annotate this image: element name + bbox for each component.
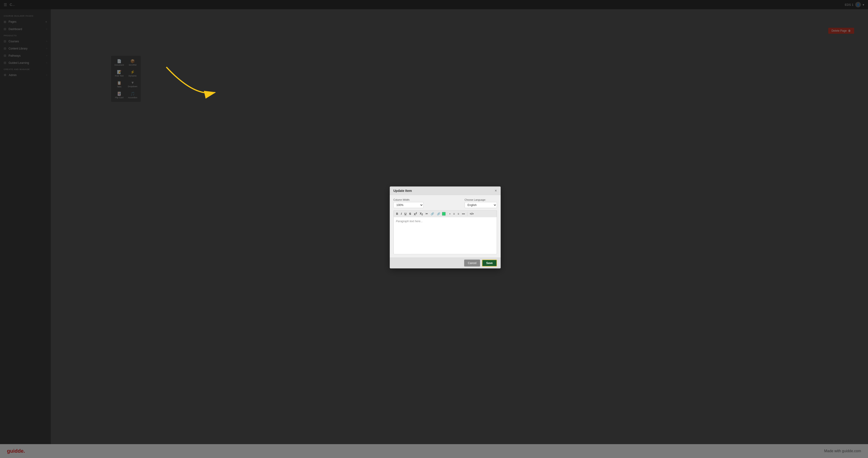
column-width-select[interactable]: 100% 75% 66% 50% 33% 25%: [394, 202, 424, 208]
cancel-button[interactable]: Cancel: [464, 260, 480, 266]
language-select[interactable]: English French Spanish German: [465, 202, 497, 208]
save-button[interactable]: Save: [482, 260, 497, 266]
column-width-group: Column Width: 100% 75% 66% 50% 33% 25%: [394, 198, 424, 208]
update-item-modal: Update Item × Column Width: 100% 75% 66%…: [390, 187, 501, 268]
modal-form-row: Column Width: 100% 75% 66% 50% 33% 25% C…: [394, 198, 497, 208]
code-button[interactable]: </>: [469, 212, 475, 216]
underline-button[interactable]: U: [403, 212, 408, 216]
toolbar-divider-1: [447, 212, 447, 216]
italic-button[interactable]: I: [400, 212, 403, 216]
modal-footer: Cancel Save: [390, 258, 501, 268]
color-picker-button[interactable]: [442, 212, 446, 216]
ordered-list-button[interactable]: ≡: [452, 212, 456, 216]
modal-title: Update Item: [394, 189, 412, 192]
bullet-list-button[interactable]: •: [448, 212, 452, 216]
editor-toolbar: B I U S X2 X2 ✂ 🔗 🔗 • ≡ ≡ ••• </>: [394, 210, 497, 217]
superscript-button[interactable]: X2: [413, 211, 418, 216]
column-width-label: Column Width:: [394, 198, 424, 201]
language-group: Choose Language: English French Spanish …: [465, 198, 497, 208]
toolbar-divider-2: [467, 212, 467, 216]
strikethrough-button[interactable]: S: [408, 212, 412, 216]
editor-placeholder: Paragraph text here...: [396, 220, 423, 223]
cut-button[interactable]: ✂: [425, 212, 429, 216]
editor-area[interactable]: Paragraph text here...: [394, 217, 497, 254]
modal-close-button[interactable]: ×: [495, 189, 497, 192]
bold-button[interactable]: B: [395, 212, 399, 216]
unlink-button[interactable]: 🔗: [436, 212, 441, 216]
subscript-button[interactable]: X2: [418, 211, 424, 216]
modal-body: Column Width: 100% 75% 66% 50% 33% 25% C…: [390, 195, 501, 257]
align-button[interactable]: ≡: [457, 212, 461, 216]
more-button[interactable]: •••: [461, 212, 466, 216]
modal-header: Update Item ×: [390, 187, 501, 195]
language-label: Choose Language:: [465, 198, 497, 201]
link-button[interactable]: 🔗: [430, 212, 435, 216]
